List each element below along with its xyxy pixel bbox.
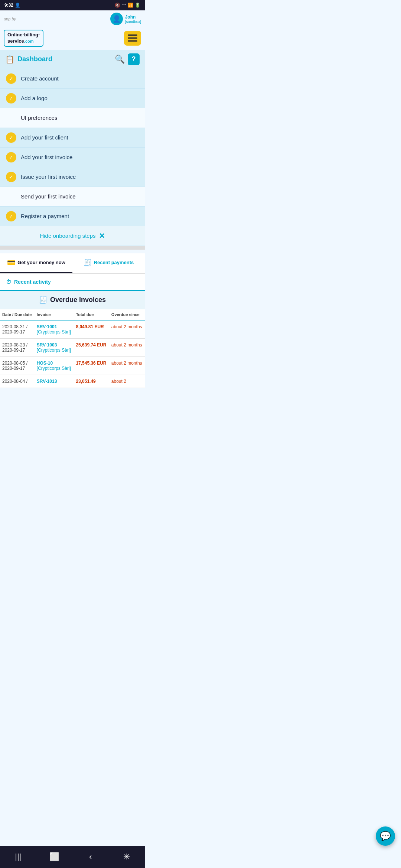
invoice-link[interactable]: HOS-10 — [37, 361, 53, 366]
recent-activity-row[interactable]: ⏱ Recent activity — [0, 274, 145, 291]
invoice-id-cell[interactable]: SRV-1013 — [35, 375, 74, 388]
step-label: Add your first client — [21, 134, 68, 141]
invoice-link[interactable]: SRV-1001 — [37, 324, 57, 329]
tab-get-money[interactable]: 💳 Get your money now — [0, 253, 72, 273]
status-time: 9:32 👤 — [4, 3, 20, 8]
invoice-section-icon: 🧾 — [39, 296, 47, 304]
step-issue-invoice[interactable]: ✓ Issue your first invoice — [0, 167, 145, 187]
invoices-table: Date / Due date Invoice Total due Overdu… — [0, 309, 145, 388]
overdue-since: about 2 months — [109, 356, 145, 375]
step-label: Send your first invoice — [21, 193, 76, 200]
col-total: Total due — [74, 309, 109, 320]
nav-icons: 🔍 ? — [115, 53, 140, 65]
step-label: Add a logo — [21, 95, 48, 101]
amount-due: 23,051.49 — [74, 375, 109, 388]
hide-steps-button[interactable]: Hide onboarding steps ✕ — [0, 226, 145, 246]
hamburger-line-1 — [128, 34, 137, 36]
amount-due: 25,639.74 EUR — [74, 338, 109, 356]
step-ui-preferences[interactable]: UI preferences — [0, 108, 145, 128]
step-label: UI preferences — [21, 115, 57, 121]
invoice-id-cell[interactable]: SRV-1001 [Crypticorps Sàrl] — [35, 320, 74, 339]
app-topbar: app by 👤 John [sandbox] — [0, 10, 145, 27]
invoice-id-cell[interactable]: HOS-10 [Crypticorps Sàrl] — [35, 356, 74, 375]
table-row: 2020-08-05 /2020-09-17 HOS-10 [Crypticor… — [0, 356, 145, 375]
invoice-id-cell[interactable]: SRV-1003 [Crypticorps Sàrl] — [35, 338, 74, 356]
client-name: [Crypticorps Sàrl] — [37, 366, 71, 371]
amount-due: 17,545.36 EUR — [74, 356, 109, 375]
step-empty-check — [6, 113, 16, 123]
tab-get-money-label: Get your money now — [17, 260, 65, 265]
step-label: Add your first invoice — [21, 154, 72, 160]
table-row: 2020-08-23 /2020-09-17 SRV-1003 [Cryptic… — [0, 338, 145, 356]
hamburger-line-2 — [128, 37, 137, 39]
tabs-row: 💳 Get your money now 🧾 Recent payments — [0, 253, 145, 274]
spacer — [0, 246, 145, 250]
status-icons: 🔇 ⁺⁺ 📶 🔋 — [115, 3, 140, 8]
user-name: John — [125, 14, 141, 20]
invoice-date: 2020-08-23 /2020-09-17 — [0, 338, 35, 356]
amount-due: 8,049.81 EUR — [74, 320, 109, 339]
invoice-date: 2020-08-05 /2020-09-17 — [0, 356, 35, 375]
bottom-spacer — [0, 388, 145, 418]
overdue-header: 🧾 Overdue invoices — [0, 291, 145, 309]
onboarding-section: ✓ Create account ✓ Add a logo UI prefere… — [0, 69, 145, 246]
clock-icon: ⏱ — [6, 279, 11, 285]
status-bar: 9:32 👤 🔇 ⁺⁺ 📶 🔋 — [0, 0, 145, 10]
step-label: Register a payment — [21, 213, 69, 219]
step-send-invoice[interactable]: Send your first invoice — [0, 187, 145, 207]
client-name: [Crypticorps Sàrl] — [37, 348, 71, 353]
logo-bar: Online-billing- service.com — [0, 27, 145, 50]
user-badge[interactable]: 👤 John [sandbox] — [110, 13, 141, 25]
close-icon: ✕ — [99, 231, 105, 240]
overdue-since: about 2 — [109, 375, 145, 388]
step-check-icon: ✓ — [6, 152, 16, 162]
table-row: 2020-08-31 /2020-09-17 SRV-1001 [Cryptic… — [0, 320, 145, 339]
invoice-link[interactable]: SRV-1003 — [37, 342, 57, 348]
user-avatar-icon: 👤 — [110, 13, 123, 25]
recent-activity-label: Recent activity — [14, 279, 51, 285]
app-by-label: app by — [4, 17, 16, 21]
tab-recent-payments[interactable]: 🧾 Recent payments — [72, 253, 145, 273]
step-label: Create account — [21, 75, 59, 82]
client-name: [Crypticorps Sàrl] — [37, 329, 71, 335]
logo[interactable]: Online-billing- service.com — [4, 30, 43, 47]
step-check-icon: ✓ — [6, 211, 16, 221]
invoice-link[interactable]: SRV-1013 — [37, 379, 57, 384]
payments-icon: 🧾 — [84, 259, 92, 267]
overdue-since: about 2 months — [109, 338, 145, 356]
col-date: Date / Due date — [0, 309, 35, 320]
user-name-block: John [sandbox] — [125, 14, 141, 24]
step-check-icon: ✓ — [6, 93, 16, 103]
step-empty-check — [6, 191, 16, 202]
col-overdue: Overdue since — [109, 309, 145, 320]
step-add-logo[interactable]: ✓ Add a logo — [0, 89, 145, 108]
step-register-payment[interactable]: ✓ Register a payment — [0, 207, 145, 226]
tab-recent-payments-label: Recent payments — [94, 260, 134, 265]
nav-bar: 📋 Dashboard 🔍 ? — [0, 50, 145, 69]
hamburger-button[interactable] — [124, 31, 141, 46]
help-button[interactable]: ? — [128, 53, 140, 65]
table-header: Date / Due date Invoice Total due Overdu… — [0, 309, 145, 320]
hamburger-line-3 — [128, 40, 137, 42]
step-check-icon: ✓ — [6, 73, 16, 84]
nav-title: 📋 Dashboard — [5, 55, 52, 64]
step-add-invoice[interactable]: ✓ Add your first invoice — [0, 148, 145, 167]
table-body: 2020-08-31 /2020-09-17 SRV-1001 [Cryptic… — [0, 320, 145, 388]
money-icon: 💳 — [7, 259, 15, 267]
tabs-section: 💳 Get your money now 🧾 Recent payments ⏱… — [0, 253, 145, 291]
search-button[interactable]: 🔍 — [115, 55, 125, 64]
invoice-date: 2020-08-31 /2020-09-17 — [0, 320, 35, 339]
step-create-account[interactable]: ✓ Create account — [0, 69, 145, 89]
invoice-date: 2020-08-04 / — [0, 375, 35, 388]
overdue-section: 🧾 Overdue invoices Date / Due date Invoi… — [0, 291, 145, 388]
user-sub: [sandbox] — [125, 20, 141, 24]
col-invoice: Invoice — [35, 309, 74, 320]
step-label: Issue your first invoice — [21, 174, 76, 180]
table-row: 2020-08-04 / SRV-1013 23,051.49 about 2 — [0, 375, 145, 388]
overdue-since: about 2 months — [109, 320, 145, 339]
dashboard-icon: 📋 — [5, 55, 14, 64]
step-check-icon: ✓ — [6, 172, 16, 182]
overdue-title: Overdue invoices — [50, 296, 106, 304]
step-check-icon: ✓ — [6, 132, 16, 143]
step-add-client[interactable]: ✓ Add your first client — [0, 128, 145, 148]
